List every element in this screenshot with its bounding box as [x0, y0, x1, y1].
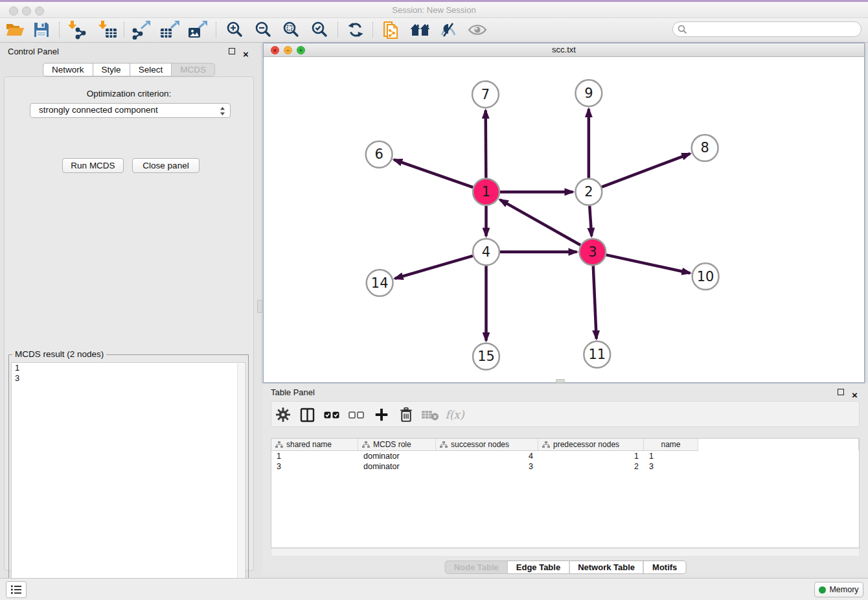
- table-tab-motifs[interactable]: Motifs: [643, 560, 686, 574]
- tab-network[interactable]: Network: [43, 63, 93, 76]
- float-panel-icon[interactable]: [229, 47, 237, 56]
- run-mcds-button[interactable]: Run MCDS: [62, 158, 124, 173]
- table-cell: dominator: [358, 461, 436, 472]
- graph-edge-2-3[interactable]: [589, 206, 591, 237]
- select-all-columns-button[interactable]: [322, 404, 341, 425]
- graph-edge-1-7[interactable]: [486, 110, 486, 178]
- mcds-result-item: 1: [12, 363, 245, 373]
- search-box[interactable]: [672, 21, 862, 37]
- graph-edge-2-8[interactable]: [602, 154, 690, 187]
- unselect-all-columns-button[interactable]: [347, 404, 366, 425]
- vertical-splitter-grip[interactable]: [257, 300, 262, 313]
- table-settings-button[interactable]: [273, 404, 293, 425]
- column-header-successor-nodes[interactable]: successor nodes: [436, 439, 538, 451]
- table-tab-network-table[interactable]: Network Table: [569, 560, 644, 574]
- close-table-panel-icon[interactable]: ×: [852, 389, 860, 398]
- toolbar-separator: [372, 22, 373, 38]
- zoom-out-button[interactable]: [251, 18, 275, 41]
- import-network-icon: [66, 20, 87, 40]
- hide-graphics-details-button[interactable]: [436, 18, 461, 41]
- network-close-button[interactable]: ×: [271, 46, 279, 54]
- houses-button[interactable]: [408, 18, 433, 41]
- tab-style[interactable]: Style: [93, 63, 130, 76]
- network-maximize-button[interactable]: +: [297, 46, 305, 54]
- graph-node-2[interactable]: 2: [575, 179, 602, 205]
- memory-button[interactable]: Memory: [814, 582, 863, 597]
- houses-icon: [410, 22, 431, 38]
- graph-node-1[interactable]: 1: [473, 179, 499, 205]
- graph-edge-4-14[interactable]: [395, 256, 473, 279]
- mcds-result-list[interactable]: 13: [11, 362, 246, 596]
- export-table-button[interactable]: [157, 18, 182, 41]
- network-graph[interactable]: 7968124314101511: [264, 57, 864, 382]
- refresh-button[interactable]: [343, 18, 368, 41]
- tab-select[interactable]: Select: [130, 63, 172, 76]
- memory-status-dot: [819, 586, 826, 594]
- table-body: 1dominator4113dominator323: [271, 451, 859, 472]
- node-table: shared nameMCDS rolesuccessor nodesprede…: [271, 438, 860, 548]
- graph-node-11[interactable]: 11: [584, 341, 610, 368]
- fx-icon: f(x): [445, 408, 464, 421]
- svg-text:2: 2: [584, 184, 593, 200]
- sort-tree-icon: [542, 441, 550, 448]
- tab-mcds[interactable]: MCDS: [171, 63, 215, 76]
- checked-boxes-icon: [324, 411, 339, 419]
- open-session-button[interactable]: [3, 18, 27, 41]
- graph-node-10[interactable]: 10: [692, 263, 719, 290]
- graph-node-15[interactable]: 15: [473, 343, 499, 370]
- create-column-button[interactable]: [372, 404, 391, 425]
- network-canvas[interactable]: 7968124314101511: [264, 57, 864, 382]
- search-input[interactable]: [689, 23, 857, 36]
- graph-node-14[interactable]: 14: [367, 270, 393, 296]
- delete-column-button[interactable]: [396, 404, 416, 425]
- toolbar-separator: [59, 22, 60, 38]
- graph-node-8[interactable]: 8: [692, 135, 718, 161]
- export-image-button[interactable]: [185, 18, 210, 41]
- close-panel-icon[interactable]: ×: [243, 49, 251, 57]
- save-session-button[interactable]: [29, 18, 54, 41]
- table-cell: 3: [271, 461, 358, 472]
- show-panels-button[interactable]: [6, 581, 27, 598]
- graph-node-7[interactable]: 7: [472, 81, 499, 108]
- graph-edge-1-6[interactable]: [394, 159, 473, 187]
- graph-edge-3-11[interactable]: [593, 266, 597, 339]
- new-network-from-selection-button[interactable]: [379, 18, 404, 41]
- table-tab-edge-table[interactable]: Edge Table: [507, 560, 569, 574]
- export-table-icon: [159, 20, 180, 40]
- chevron-updown-icon: [220, 106, 225, 119]
- graph-node-9[interactable]: 9: [575, 80, 602, 106]
- mcds-result-scrollbar[interactable]: [237, 363, 244, 595]
- graph-node-3[interactable]: 3: [579, 238, 606, 265]
- table-row[interactable]: 3dominator323: [271, 461, 859, 472]
- close-panel-button[interactable]: Close panel: [132, 158, 200, 173]
- import-network-button[interactable]: [64, 18, 89, 41]
- horizontal-splitter-grip[interactable]: [556, 379, 565, 383]
- network-window-titlebar[interactable]: scc.txt × − +: [264, 43, 864, 57]
- import-table-button[interactable]: [95, 18, 120, 41]
- column-header-mcds-role[interactable]: MCDS role: [358, 439, 436, 451]
- table-horizontal-scrollbar[interactable]: [271, 548, 860, 557]
- column-header-name[interactable]: name: [644, 439, 698, 451]
- save-session-icon: [33, 21, 50, 38]
- table-cell-filler: [698, 461, 859, 472]
- graph-node-6[interactable]: 6: [366, 141, 393, 168]
- network-minimize-button[interactable]: −: [284, 46, 292, 54]
- mcds-result-group: MCDS result (2 nodes) 13: [8, 354, 249, 599]
- table-panel-title: Table Panel: [271, 387, 315, 397]
- zoom-fit-button[interactable]: [279, 18, 303, 41]
- graph-edge-3-1[interactable]: [500, 200, 580, 245]
- float-table-panel-icon[interactable]: [838, 388, 846, 397]
- criterion-select[interactable]: strongly connected component: [30, 103, 231, 118]
- graph-node-4[interactable]: 4: [473, 238, 499, 265]
- column-header-predecessor-nodes[interactable]: predecessor nodes: [538, 439, 644, 451]
- export-network-button[interactable]: [129, 18, 154, 41]
- table-tab-node-table[interactable]: Node Table: [445, 560, 508, 574]
- svg-text:3: 3: [588, 244, 597, 260]
- graph-edge-3-10[interactable]: [606, 255, 691, 273]
- column-header-shared-name[interactable]: shared name: [271, 439, 358, 451]
- table-row[interactable]: 1dominator411: [271, 451, 859, 461]
- svg-text:8: 8: [700, 140, 709, 156]
- zoom-selected-button[interactable]: [307, 18, 332, 41]
- show-column-button[interactable]: [297, 404, 317, 425]
- zoom-in-button[interactable]: [222, 18, 247, 41]
